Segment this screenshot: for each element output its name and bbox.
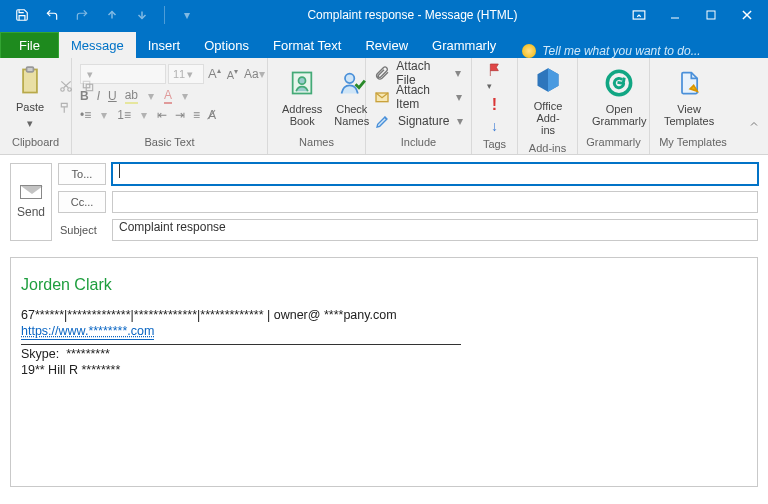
check-names-label: Check Names (334, 103, 369, 127)
grow-font-icon[interactable]: A▴ (206, 66, 223, 81)
send-button[interactable]: Send (10, 163, 52, 241)
group-include-label: Include (366, 136, 471, 154)
change-case-icon[interactable]: Aa▾ (242, 67, 267, 81)
underline-icon[interactable]: U (108, 89, 117, 103)
signature-name: Jorden Clark (21, 276, 747, 294)
ribbon: Paste ▾ Clipboard ▾ 11▾ A▴ A▾ Aa▾ B I (0, 58, 768, 155)
paste-button[interactable]: Paste ▾ (8, 63, 52, 131)
signature-skype-line: Skype: ********* (21, 347, 747, 361)
tab-grammarly[interactable]: Grammarly (420, 32, 508, 58)
group-include: Attach File▾ Attach Item▾ Signature▾ Inc… (366, 58, 472, 154)
group-addins: Office Add-ins Add-ins (518, 58, 578, 154)
bold-icon[interactable]: B (80, 89, 89, 103)
addins-icon (532, 64, 564, 96)
prev-item-icon[interactable] (104, 7, 120, 23)
paperclip-icon (374, 64, 390, 82)
window-title: Complaint response - Message (HTML) (195, 8, 630, 22)
cc-field[interactable] (112, 191, 758, 213)
align-left-icon[interactable]: ≡ (193, 108, 200, 122)
svg-rect-2 (707, 11, 715, 19)
font-name-combo[interactable]: ▾ (80, 64, 166, 84)
undo-icon[interactable] (44, 7, 60, 23)
font-size-combo[interactable]: 11▾ (168, 64, 204, 84)
bullets-icon[interactable]: •≡ (80, 108, 91, 122)
tab-review[interactable]: Review (353, 32, 420, 58)
quick-access-toolbar: ▾ (6, 6, 195, 24)
close-icon[interactable] (738, 6, 756, 24)
svg-point-7 (61, 88, 65, 92)
minimize-icon[interactable] (666, 6, 684, 24)
follow-up-flag-icon[interactable]: ▾ (487, 62, 503, 92)
group-my-templates-label: My Templates (650, 136, 736, 154)
font-color-icon[interactable]: A (164, 88, 172, 104)
signature-contact-line: 67******|*************|*************|***… (21, 308, 747, 322)
tab-options[interactable]: Options (192, 32, 261, 58)
ribbon-tabs: File Message Insert Options Format Text … (0, 30, 768, 58)
check-names-icon (336, 67, 368, 99)
open-grammarly-button[interactable]: Open Grammarly (586, 65, 652, 129)
cc-button[interactable]: Cc... (58, 191, 106, 213)
maximize-icon[interactable] (702, 6, 720, 24)
attach-item-button[interactable]: Attach Item▾ (374, 86, 463, 108)
redo-icon[interactable] (74, 7, 90, 23)
tab-format-text[interactable]: Format Text (261, 32, 353, 58)
office-addins-button[interactable]: Office Add-ins (526, 62, 570, 138)
svg-rect-6 (27, 67, 34, 72)
svg-point-14 (299, 77, 306, 84)
low-importance-icon[interactable]: ↓ (491, 118, 498, 134)
tab-message[interactable]: Message (59, 32, 136, 58)
to-field[interactable] (112, 163, 758, 185)
envelope-icon (20, 185, 42, 199)
save-icon[interactable] (14, 7, 30, 23)
shrink-font-icon[interactable]: A▾ (225, 67, 240, 81)
group-names-label: Names (268, 136, 365, 154)
attach-file-button[interactable]: Attach File▾ (374, 62, 463, 84)
subject-field[interactable]: Complaint response (112, 219, 758, 241)
high-importance-icon[interactable]: ! (492, 96, 497, 114)
address-book-button[interactable]: Address Book (276, 65, 328, 129)
signature-icon (374, 112, 392, 130)
message-body[interactable]: Jorden Clark 67******|*************|****… (10, 257, 758, 487)
view-templates-button[interactable]: View Templates (658, 65, 720, 129)
group-grammarly: Open Grammarly Grammarly (578, 58, 650, 154)
group-basic-text: ▾ 11▾ A▴ A▾ Aa▾ B I U ab▾ A▾ •≡▾ 1≡▾ ⇤ ⇥… (72, 58, 268, 154)
ribbon-display-options-icon[interactable] (630, 6, 648, 24)
signature-divider (21, 344, 461, 345)
tab-file[interactable]: File (0, 32, 59, 58)
qat-customize-dropdown-icon[interactable]: ▾ (179, 7, 195, 23)
collapse-ribbon-icon[interactable] (748, 118, 762, 132)
clear-formatting-icon[interactable]: A̸ (208, 108, 216, 122)
group-basic-text-label: Basic Text (72, 136, 267, 154)
title-bar: ▾ Complaint response - Message (HTML) (0, 0, 768, 30)
group-addins-label: Add-ins (518, 142, 577, 154)
svg-point-15 (345, 74, 354, 83)
grammarly-icon (603, 67, 635, 99)
group-tags-label: Tags (472, 138, 517, 154)
group-tags: ▾ ! ↓ Tags (472, 58, 518, 154)
send-label: Send (17, 205, 45, 219)
office-addins-label: Office Add-ins (532, 100, 564, 136)
group-names: Address Book Check Names Names (268, 58, 366, 154)
group-my-templates: View Templates My Templates (650, 58, 736, 154)
increase-indent-icon[interactable]: ⇥ (175, 108, 185, 122)
decrease-indent-icon[interactable]: ⇤ (157, 108, 167, 122)
chevron-down-icon: ▾ (25, 117, 35, 129)
group-grammarly-label: Grammarly (578, 136, 649, 154)
paste-icon (14, 65, 46, 97)
numbering-icon[interactable]: 1≡ (117, 108, 131, 122)
tell-me-search[interactable]: Tell me what you want to do... (508, 44, 768, 58)
italic-icon[interactable]: I (97, 89, 100, 103)
lightbulb-icon (522, 44, 536, 58)
group-clipboard: Paste ▾ Clipboard (0, 58, 72, 154)
signature-url-link[interactable]: https://www.********.com (21, 324, 154, 338)
tab-insert[interactable]: Insert (136, 32, 193, 58)
compose-header: Send To... Cc... Subject Complaint respo… (0, 155, 768, 249)
highlight-icon[interactable]: ab (125, 88, 138, 104)
window-controls (630, 6, 762, 24)
signature-button[interactable]: Signature▾ (374, 110, 465, 132)
address-book-icon (286, 67, 318, 99)
attach-item-icon (374, 88, 390, 106)
to-button[interactable]: To... (58, 163, 106, 185)
tell-me-placeholder: Tell me what you want to do... (542, 44, 700, 58)
next-item-icon[interactable] (134, 7, 150, 23)
